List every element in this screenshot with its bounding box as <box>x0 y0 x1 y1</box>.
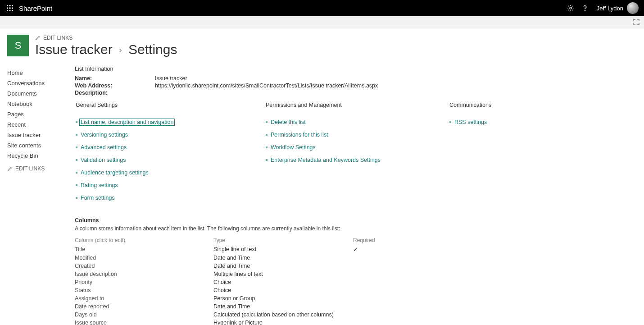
user-name-label[interactable]: Jeff Lydon <box>597 5 623 12</box>
link-delete-list[interactable]: Delete this list <box>271 119 306 125</box>
page-title: Issue tracker › Settings <box>35 42 177 57</box>
column-name-link[interactable]: Assigned to <box>75 295 213 302</box>
link-rating[interactable]: Rating settings <box>81 182 118 188</box>
column-name-link[interactable]: Date reported <box>75 303 213 310</box>
column-type: Date and Time <box>213 255 353 261</box>
chevron-right-icon: › <box>116 45 125 55</box>
column-type: Single line of text <box>213 246 353 253</box>
svg-rect-8 <box>12 10 13 11</box>
link-advanced[interactable]: Advanced settings <box>81 144 127 151</box>
nav-issue-tracker[interactable]: Issue tracker <box>7 130 75 140</box>
column-required <box>353 295 380 302</box>
page-scroll-area[interactable]: S EDIT LINKS Issue tracker › Settings <box>0 28 644 325</box>
brand-label[interactable]: SharePoint <box>19 5 52 12</box>
column-type: Multiple lines of text <box>213 271 353 277</box>
column-name-link[interactable]: Title <box>75 246 213 253</box>
link-validation[interactable]: Validation settings <box>81 157 126 163</box>
list-info-heading: List Information <box>75 66 637 72</box>
ribbon-bar <box>0 16 644 28</box>
column-type: Date and Time <box>213 303 353 310</box>
column-type: Person or Group <box>213 295 353 302</box>
column-required <box>353 271 380 277</box>
edit-links-top-label: EDIT LINKS <box>43 35 73 41</box>
column-type: Choice <box>213 279 353 285</box>
svg-rect-2 <box>12 5 13 6</box>
general-settings-col: General Settings List name, description … <box>75 102 265 207</box>
column-name-link[interactable]: Days old <box>75 311 213 318</box>
column-name-link[interactable]: Modified <box>75 255 213 261</box>
nav-home[interactable]: Home <box>7 68 75 78</box>
nav-recent[interactable]: Recent <box>7 119 75 130</box>
bullet-icon <box>266 146 268 148</box>
avatar[interactable] <box>627 2 639 14</box>
waffle-icon <box>6 5 14 12</box>
general-settings-heading: General Settings <box>75 102 265 108</box>
list-description-label: Description: <box>75 90 155 96</box>
left-nav: Home Conversations Documents Notebook Pa… <box>7 66 75 325</box>
settings-button[interactable] <box>563 1 578 15</box>
column-required <box>353 320 380 325</box>
nav-notebook[interactable]: Notebook <box>7 99 75 109</box>
site-logo[interactable]: S <box>7 35 29 56</box>
columns-row: Assigned toPerson or Group <box>75 294 507 302</box>
column-name-link[interactable]: Issue source <box>75 320 213 325</box>
columns-row: StatusChoice <box>75 286 507 294</box>
column-required <box>353 303 380 310</box>
bullet-icon <box>76 146 77 148</box>
suite-bar: SharePoint Jeff Lydon <box>0 0 644 16</box>
columns-header-type: Type <box>213 237 353 243</box>
focus-content-button[interactable] <box>633 19 639 25</box>
column-type: Choice <box>213 287 353 293</box>
check-icon: ✓ <box>353 246 358 253</box>
breadcrumb-site[interactable]: Issue tracker <box>35 42 113 57</box>
svg-rect-4 <box>9 8 11 9</box>
columns-header-required: Required <box>353 237 380 243</box>
bullet-icon <box>76 197 77 199</box>
columns-header-name: Column (click to edit) <box>75 237 213 243</box>
column-name-link[interactable]: Issue description <box>75 271 213 277</box>
gear-icon <box>567 5 574 12</box>
link-permissions[interactable]: Permissions for this list <box>271 132 328 138</box>
bullet-icon <box>76 159 77 161</box>
edit-links-side[interactable]: EDIT LINKS <box>7 165 75 172</box>
nav-site-contents[interactable]: Site contents <box>7 140 75 151</box>
svg-rect-5 <box>12 8 13 9</box>
svg-point-9 <box>570 7 571 9</box>
svg-rect-3 <box>7 8 8 9</box>
nav-conversations[interactable]: Conversations <box>7 78 75 88</box>
link-workflow[interactable]: Workflow Settings <box>271 144 316 151</box>
column-name-link[interactable]: Status <box>75 287 213 293</box>
link-list-name-desc-nav[interactable]: List name, description and navigation <box>79 119 175 126</box>
column-type: Date and Time <box>213 263 353 269</box>
communications-heading: Communications <box>449 102 637 108</box>
column-name-link[interactable]: Created <box>75 263 213 269</box>
link-rss[interactable]: RSS settings <box>454 119 487 125</box>
column-type: Hyperlink or Picture <box>213 320 353 325</box>
bullet-icon <box>266 159 268 161</box>
column-required <box>353 311 380 318</box>
help-button[interactable] <box>578 1 592 15</box>
list-name-label: Name: <box>75 75 155 82</box>
bullet-icon <box>76 134 77 136</box>
list-address-label: Web Address: <box>75 82 155 89</box>
list-address-value[interactable]: https://lydonllc.sharepoint.com/sites/Sm… <box>155 82 378 89</box>
nav-pages[interactable]: Pages <box>7 109 75 119</box>
link-form[interactable]: Form settings <box>81 195 115 201</box>
link-audience-targeting[interactable]: Audience targeting settings <box>81 169 149 176</box>
permissions-col: Permissions and Management Delete this l… <box>265 102 449 207</box>
list-name-value: Issue tracker <box>155 75 187 82</box>
svg-rect-7 <box>9 10 11 11</box>
nav-documents[interactable]: Documents <box>7 88 75 99</box>
column-required <box>353 263 380 269</box>
edit-links-top[interactable]: EDIT LINKS <box>35 35 177 41</box>
columns-row: Days oldCalculated (calculation based on… <box>75 311 507 319</box>
link-enterprise-metadata[interactable]: Enterprise Metadata and Keywords Setting… <box>271 157 381 163</box>
column-name-link[interactable]: Priority <box>75 279 213 285</box>
columns-row: PriorityChoice <box>75 278 507 286</box>
bullet-icon <box>266 121 268 123</box>
columns-row: Issue descriptionMultiple lines of text <box>75 270 507 278</box>
bullet-icon <box>76 172 77 174</box>
nav-recycle-bin[interactable]: Recycle Bin <box>7 151 75 161</box>
app-launcher-button[interactable] <box>4 2 16 14</box>
link-versioning[interactable]: Versioning settings <box>81 132 128 138</box>
